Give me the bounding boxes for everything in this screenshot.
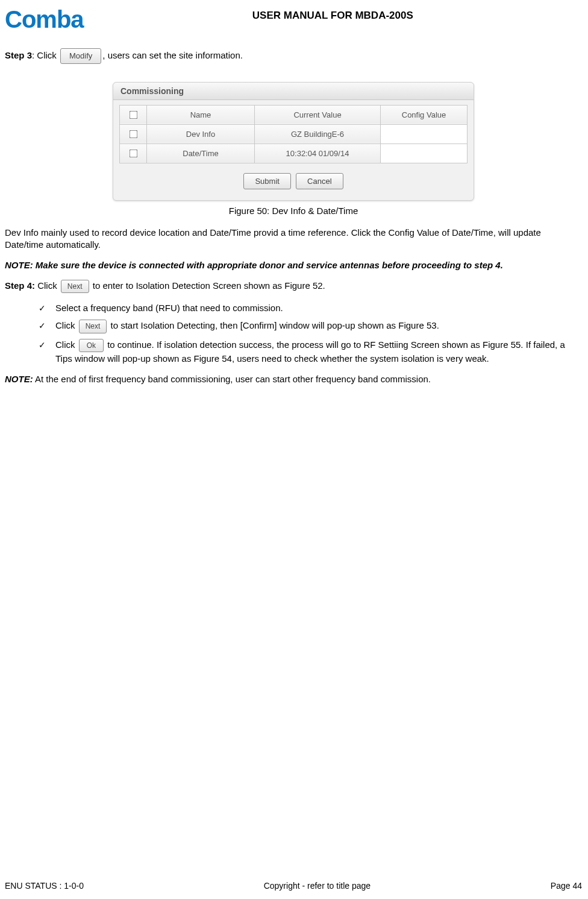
brand-logo: Comba — [5, 7, 84, 31]
cell-current: GZ BuildingE-6 — [255, 124, 381, 144]
page-footer: ENU STATUS : 1-0-0 Copyright - refer to … — [5, 881, 582, 891]
footer-center: Copyright - refer to title page — [264, 881, 371, 891]
cell-config[interactable] — [381, 124, 468, 144]
bullet-list: Select a frequency band (RFU) that need … — [5, 301, 582, 365]
col-checkbox — [120, 105, 147, 124]
row-checkbox[interactable] — [130, 149, 138, 157]
ok-button[interactable]: Ok — [79, 339, 104, 353]
cell-name: Dev Info — [147, 124, 255, 144]
table-header-row: Name Current Value Config Value — [120, 105, 468, 124]
cancel-button[interactable]: Cancel — [296, 173, 343, 189]
note-end: NOTE: At the end of first frequency band… — [5, 373, 582, 385]
commissioning-table: Name Current Value Config Value Dev Info… — [119, 105, 468, 163]
list-item: Click Ok to continue. If isolation detec… — [39, 338, 582, 365]
panel-title: Commissioning — [113, 83, 474, 100]
modify-button[interactable]: Modify — [60, 48, 101, 64]
col-current: Current Value — [255, 105, 381, 124]
note-rest: At the end of first frequency band commi… — [33, 374, 431, 384]
list-item: Select a frequency band (RFU) that need … — [39, 301, 582, 314]
step4-text: Step 4: Click Next to enter to Isolation… — [5, 280, 582, 293]
next-button[interactable]: Next — [79, 320, 107, 333]
commissioning-panel: Commissioning Name Current Value Config … — [113, 82, 474, 201]
devinfo-paragraph: Dev Info mainly used to record device lo… — [5, 227, 582, 251]
step3-text: Step 3: Click Modify, users can set the … — [5, 48, 582, 64]
doc-title: USER MANUAL FOR MBDA-200S — [84, 7, 582, 22]
cell-config[interactable] — [381, 144, 468, 163]
step3-label: Step 3 — [5, 50, 32, 60]
list-item: Click Next to start Isolation Detecting,… — [39, 319, 582, 333]
next-button[interactable]: Next — [61, 280, 89, 293]
note-lead: NOTE: — [5, 374, 33, 384]
step4-pre: Click — [35, 280, 60, 291]
b2-post: to start Isolation Detecting, then [Conf… — [108, 320, 439, 330]
table-row: Dev Info GZ BuildingE-6 — [120, 124, 468, 144]
cell-name: Date/Time — [147, 144, 255, 163]
submit-button[interactable]: Submit — [243, 173, 290, 189]
b2-pre: Click — [55, 320, 78, 330]
table-row: Date/Time 10:32:04 01/09/14 — [120, 144, 468, 163]
row-checkbox[interactable] — [130, 130, 138, 138]
cell-current: 10:32:04 01/09/14 — [255, 144, 381, 163]
footer-left: ENU STATUS : 1-0-0 — [5, 881, 84, 891]
footer-right: Page 44 — [551, 881, 582, 891]
step4-label: Step 4: — [5, 280, 35, 291]
step3-post: , users can set the site information. — [102, 50, 243, 60]
col-config: Config Value — [381, 105, 468, 124]
figure-caption: Figure 50: Dev Info & Date/Time — [5, 206, 582, 216]
b3-pre: Click — [55, 339, 78, 350]
col-name: Name — [147, 105, 255, 124]
step3-pre: : Click — [32, 50, 59, 60]
step4-post: to enter to Isolation Detection Screen s… — [90, 280, 325, 291]
select-all-checkbox[interactable] — [130, 110, 138, 119]
b3-post: to continue. If isolation detection succ… — [55, 339, 565, 364]
note-antennas: NOTE: Make sure the device is connected … — [5, 259, 582, 271]
